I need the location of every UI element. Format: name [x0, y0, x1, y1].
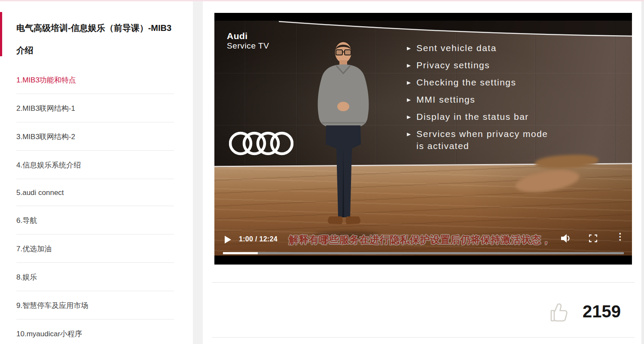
slide-bullet-item: ▶ Checking the settings	[407, 76, 579, 88]
divider	[212, 282, 635, 283]
chapter-list-item[interactable]: 6.导航	[16, 206, 174, 234]
bullet-arrow-icon: ▶	[407, 111, 411, 122]
chapter-label: 4.信息娱乐系统介绍	[16, 161, 81, 169]
chapter-list-item[interactable]: 10.myaudicar小程序	[16, 320, 174, 344]
bullet-text: Services when privacy mode is activated	[416, 128, 558, 152]
progress-bar[interactable]	[223, 252, 624, 254]
audi-rings-logo	[229, 131, 293, 155]
bullet-text: Sent vehicle data	[416, 42, 497, 54]
chapter-list-item[interactable]: 7.优选加油	[16, 234, 174, 263]
chapter-label: 9.智慧停车及应用市场	[16, 301, 88, 310]
chapter-list-item[interactable]: 8.娱乐	[16, 263, 174, 291]
brand-line-1: Audi	[227, 31, 269, 41]
like-button[interactable]	[549, 301, 571, 323]
chapter-label: 2.MIB3联网结构-1	[16, 104, 75, 113]
video-player[interactable]: Audi Service TV	[214, 13, 632, 265]
volume-icon[interactable]	[561, 234, 571, 243]
time-display: 1:00 / 12:24	[239, 235, 278, 243]
course-title: 电气高级培训-信息娱乐（前导课）-MIB3介绍	[16, 17, 175, 61]
subtitle-text: 解释有哪些服务在进行隐私保护设置后仍将保持激活状态，	[289, 233, 551, 247]
content-panel: Audi Service TV	[203, 1, 644, 344]
course-sidebar: 电气高级培训-信息娱乐（前导课）-MIB3介绍 1.MIB3功能和特点 2.MI…	[0, 1, 193, 344]
presenter-figure	[310, 40, 378, 229]
chapter-label: 5.audi connect	[16, 189, 64, 197]
brand-lockup: Audi Service TV	[227, 31, 269, 50]
chapter-label: 10.myaudicar小程序	[16, 330, 82, 338]
title-accent-bar	[0, 12, 2, 56]
progress-fill	[223, 252, 258, 254]
slide-bullet-item: ▶ Sent vehicle data	[407, 42, 579, 54]
bullet-arrow-icon: ▶	[407, 43, 411, 53]
chapter-list-item[interactable]: 2.MIB3联网结构-1	[16, 94, 174, 122]
chapter-list-item[interactable]: 1.MIB3功能和特点	[16, 66, 174, 94]
chapter-list-item[interactable]: 4.信息娱乐系统介绍	[16, 151, 174, 179]
thumbs-up-icon	[549, 301, 571, 323]
bullet-arrow-icon: ▶	[407, 77, 411, 88]
play-icon[interactable]	[225, 236, 231, 244]
bullet-arrow-icon: ▶	[407, 128, 411, 139]
chapter-label: 8.娱乐	[16, 273, 37, 281]
chapter-list-item[interactable]: 9.智慧停车及应用市场	[16, 291, 174, 320]
chapter-label: 3.MIB3联网结构-2	[16, 133, 75, 141]
slide-bullet-item: ▶ Privacy settings	[407, 59, 579, 71]
kebab-menu-icon[interactable]: ⋮	[616, 232, 625, 241]
bullet-arrow-icon: ▶	[407, 94, 411, 105]
like-count: 2159	[583, 302, 621, 321]
chapter-label: 7.优选加油	[16, 245, 52, 253]
bullet-text: Display in the status bar	[416, 111, 529, 123]
slide-bullet-item: ▶ Services when privacy mode is activate…	[407, 128, 579, 152]
video-bullet-list: ▶ Sent vehicle data ▶ Privacy settings ▶…	[407, 42, 579, 157]
slide-bullet-item: ▶ MMI settings	[407, 94, 579, 106]
chapter-list-item[interactable]: 3.MIB3联网结构-2	[16, 122, 174, 151]
bullet-arrow-icon: ▶	[407, 60, 411, 70]
slide-bullet-item: ▶ Display in the status bar	[407, 111, 579, 123]
fullscreen-icon[interactable]	[589, 234, 597, 242]
chapter-label: 6.导航	[16, 216, 37, 225]
video-frame: Audi Service TV	[214, 21, 632, 256]
divider	[212, 337, 635, 338]
brand-line-2: Service TV	[227, 41, 269, 50]
page-top-accent-line	[0, 0, 644, 1]
scrollbar-track[interactable]	[641, 1, 644, 344]
chapter-list-item[interactable]: 5.audi connect	[16, 179, 174, 206]
bullet-text: Checking the settings	[416, 76, 516, 88]
chapter-label: 1.MIB3功能和特点	[16, 76, 76, 84]
bullet-text: Privacy settings	[416, 59, 490, 71]
bullet-text: MMI settings	[416, 94, 475, 106]
chapter-list: 1.MIB3功能和特点 2.MIB3联网结构-1 3.MIB3联网结构-2 4.…	[16, 66, 174, 344]
